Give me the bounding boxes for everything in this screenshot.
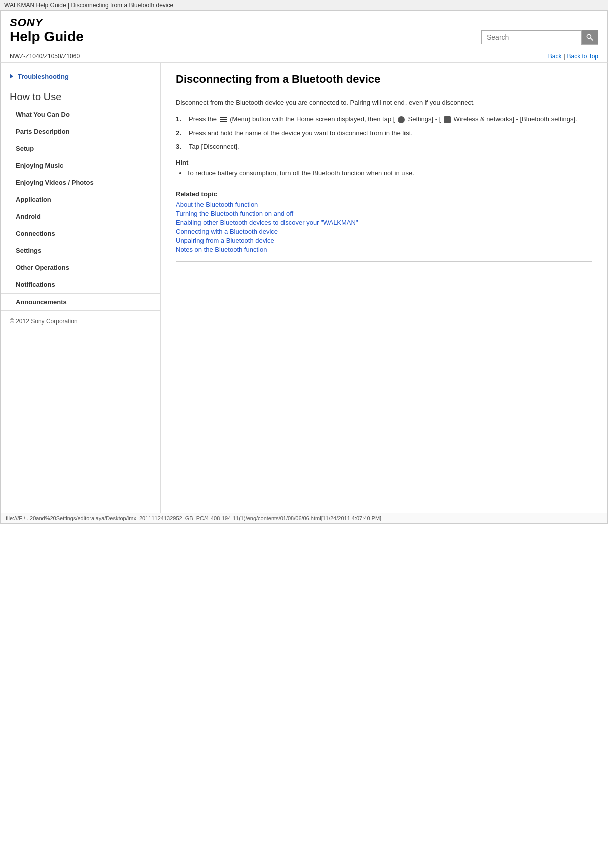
search-button[interactable] (581, 30, 598, 45)
related-bottom-divider (176, 261, 592, 262)
step-2-num: 2. (176, 128, 185, 138)
step-1-text: Press the (Menu) button with the Home sc… (189, 114, 577, 124)
sidebar-item-what-you-can-do[interactable]: What You Can Do (1, 106, 160, 123)
sidebar-item-notifications[interactable]: Notifications (1, 276, 160, 294)
sidebar-item-enjoying-music[interactable]: Enjoying Music (1, 157, 160, 174)
related-link-item-6: Notes on the Bluetooth function (176, 246, 592, 253)
browser-title-text: WALKMAN Help Guide | Disconnecting from … (4, 2, 173, 9)
step-3-text: Tap [Disconnect]. (189, 142, 239, 152)
header-left: SONY Help Guide (10, 16, 84, 45)
steps-list: 1. Press the (Menu) button with the Home… (176, 114, 592, 152)
related-link-1[interactable]: About the Bluetooth function (176, 201, 258, 208)
sidebar-item-connections[interactable]: Connections (1, 225, 160, 242)
step-3-num: 3. (176, 142, 185, 152)
sidebar-item-parts-description[interactable]: Parts Description (1, 123, 160, 140)
sidebar: Troubleshooting How to Use What You Can … (1, 63, 161, 513)
related-link-5[interactable]: Unpairing from a Bluetooth device (176, 237, 274, 244)
menu-icon (220, 117, 227, 122)
troubleshooting-label: Troubleshooting (18, 73, 69, 80)
search-input[interactable] (481, 30, 581, 44)
hint-item-1: To reduce battery consumption, turn off … (187, 168, 592, 178)
sidebar-how-to-use: How to Use (1, 86, 160, 106)
back-to-top-link[interactable]: Back to Top (567, 53, 598, 60)
hint-title: Hint (176, 159, 592, 166)
svg-point-0 (587, 34, 591, 38)
related-link-6[interactable]: Notes on the Bluetooth function (176, 246, 267, 253)
related-link-item-1: About the Bluetooth function (176, 201, 592, 208)
chevron-right-icon (10, 74, 13, 79)
related-link-item-2: Turning the Bluetooth function on and of… (176, 210, 592, 217)
hint-list: To reduce battery consumption, turn off … (187, 168, 592, 178)
content-intro: Disconnect from the Bluetooth device you… (176, 98, 592, 108)
sidebar-item-settings[interactable]: Settings (1, 242, 160, 259)
sub-header-right: Back | Back to Top (548, 53, 598, 60)
related-link-3[interactable]: Enabling other Bluetooth devices to disc… (176, 219, 358, 226)
related-link-item-5: Unpairing from a Bluetooth device (176, 237, 592, 244)
wireless-icon (444, 116, 451, 123)
step-2: 2. Press and hold the name of the device… (176, 128, 592, 138)
sidebar-troubleshooting[interactable]: Troubleshooting (1, 73, 160, 86)
sidebar-item-enjoying-videos[interactable]: Enjoying Videos / Photos (1, 174, 160, 191)
related-link-item-3: Enabling other Bluetooth devices to disc… (176, 219, 592, 226)
sidebar-item-android[interactable]: Android (1, 208, 160, 225)
sidebar-item-announcements[interactable]: Announcements (1, 294, 160, 311)
model-number: NWZ-Z1040/Z1050/Z1060 (10, 53, 80, 60)
step-3: 3. Tap [Disconnect]. (176, 142, 592, 152)
step-2-text: Press and hold the name of the device yo… (189, 128, 413, 138)
sidebar-item-setup[interactable]: Setup (1, 140, 160, 157)
related-link-item-4: Connecting with a Bluetooth device (176, 228, 592, 235)
header: SONY Help Guide (0, 11, 608, 50)
step-1: 1. Press the (Menu) button with the Home… (176, 114, 592, 124)
step-1-num: 1. (176, 114, 185, 124)
svg-line-1 (591, 38, 593, 40)
settings-icon (398, 116, 405, 123)
related-link-4[interactable]: Connecting with a Bluetooth device (176, 228, 278, 235)
related-link-2[interactable]: Turning the Bluetooth function on and of… (176, 210, 293, 217)
hint-section: Hint To reduce battery consumption, turn… (176, 159, 592, 178)
main-container: Troubleshooting How to Use What You Can … (0, 63, 608, 513)
related-topic-title: Related topic (176, 190, 592, 198)
content-area: Disconnecting from a Bluetooth device Di… (161, 63, 607, 513)
related-topic-divider (176, 185, 592, 185)
header-right (481, 30, 598, 45)
sidebar-copyright: © 2012 Sony Corporation (1, 311, 160, 332)
browser-title-bar: WALKMAN Help Guide | Disconnecting from … (0, 0, 608, 11)
back-link[interactable]: Back (548, 53, 562, 60)
sidebar-item-other-operations[interactable]: Other Operations (1, 259, 160, 276)
page-title: Disconnecting from a Bluetooth device (176, 73, 592, 90)
sony-logo: SONY (10, 16, 84, 29)
footer-url-bar: file:///F|/...20and%20Settings/editorala… (0, 513, 608, 524)
help-guide-title: Help Guide (10, 29, 84, 45)
separator: | (563, 53, 565, 60)
related-links: About the Bluetooth function Turning the… (176, 201, 592, 253)
search-icon (586, 33, 594, 41)
sidebar-item-application[interactable]: Application (1, 191, 160, 208)
sub-header: NWZ-Z1040/Z1050/Z1060 Back | Back to Top (0, 50, 608, 63)
